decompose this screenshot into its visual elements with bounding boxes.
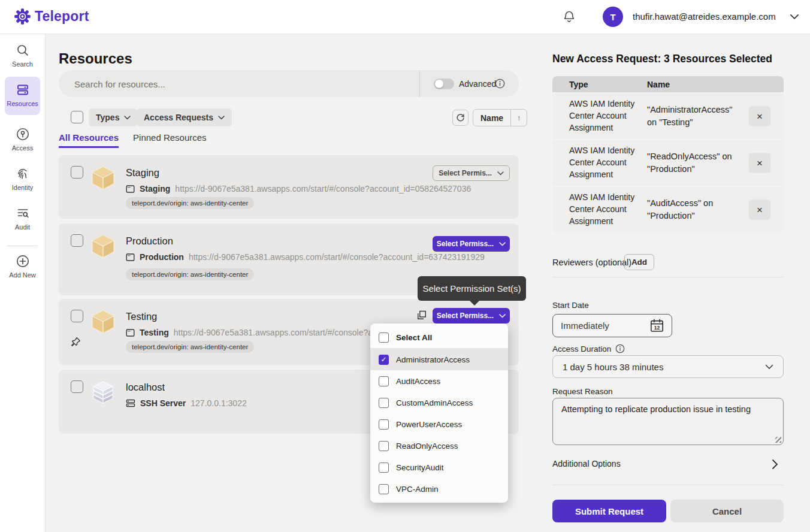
table-row: AWS IAM Identity Center Account Assignme… [552,93,784,139]
calendar-icon[interactable]: 12 [650,319,664,332]
pin-icon[interactable] [71,337,81,347]
submit-request-button[interactable]: Submit Request [552,500,666,522]
dropdown-item-administratoraccess[interactable]: ✓ AdministratorAccess [370,349,508,370]
resource-checkbox[interactable] [71,166,83,179]
dropdown-item-securityaudit[interactable]: SecurityAudit [370,457,508,478]
checkbox-unchecked[interactable] [379,484,389,494]
top-bar: Teleport T thufir.hawat@atreides.example… [0,0,810,34]
copy-icon[interactable] [417,310,427,320]
access-request-title: New Access Request: 3 Resources Selected [552,53,792,65]
sidebar-item-search[interactable]: Search [0,43,45,68]
resource-name: Staging [126,167,159,179]
sidebar-item-identity[interactable]: Identity [0,167,45,191]
request-reason-textarea[interactable]: Attempting to replicate production issue… [552,398,784,445]
resource-address: https://d-9067e5a381.awsapps.com/start/#… [189,252,485,262]
resource-kind: Production [140,252,184,262]
resource-checkbox[interactable] [71,234,83,247]
resource-card-staging[interactable]: Staging Staging https://d-9067e5a381.aws… [59,155,519,219]
search-input[interactable] [73,70,411,98]
select-all-resources-checkbox[interactable] [71,111,83,123]
audit-list-search-icon [16,206,30,220]
tab-pinned-resources[interactable]: Pinned Resources [133,132,207,148]
notification-bell-icon[interactable] [562,10,576,24]
sidebar-item-access[interactable]: Access [0,127,45,152]
start-date-input[interactable]: Immediately 12 [552,314,672,337]
ssh-server-icon [126,398,135,408]
resource-name: Production [126,235,173,247]
app-window-icon [126,328,135,337]
textarea-resize-handle[interactable] [775,437,781,443]
sidebar-item-audit[interactable]: Audit [0,206,45,231]
search-divider [419,70,420,97]
user-menu-chevron-down-icon[interactable] [790,14,799,20]
aws-account-cube-icon [90,233,116,259]
column-type: Type [552,80,647,89]
resource-name: Testing [126,311,157,322]
teleport-logo[interactable]: Teleport [14,8,89,25]
app-window-icon [126,185,135,194]
plus-circle-icon [16,254,30,268]
refresh-button[interactable] [452,110,469,126]
checkbox-checked[interactable]: ✓ [379,355,389,365]
tab-all-resources[interactable]: All Resources [59,132,119,148]
server-stack-icon [90,379,116,406]
add-reviewer-button[interactable]: Add [624,254,654,270]
sort-button[interactable]: Name ↑ [473,109,527,126]
aws-account-cube-icon [90,165,116,191]
resource-checkbox[interactable] [71,380,83,393]
dropdown-item-poweruseraccess[interactable]: PowerUserAccess [370,413,508,435]
info-icon[interactable] [615,344,625,353]
resource-tag[interactable]: teleport.dev/origin: aws-identity-center [126,197,254,209]
cancel-button[interactable]: Cancel [670,500,784,522]
checkbox-unchecked[interactable] [379,376,389,386]
divider [552,485,784,485]
resource-kind: Staging [140,184,170,194]
sort-direction-arrow-icon[interactable]: ↑ [510,110,527,126]
remove-resource-button[interactable]: × [749,153,770,173]
resource-tag[interactable]: teleport.dev/origin: aws-identity-center [126,341,254,353]
dropdown-item-vpc-admin[interactable]: VPC-Admin [370,478,508,500]
avatar[interactable]: T [603,7,623,27]
resource-tag[interactable]: teleport.dev/origin: aws-identity-center [126,268,254,280]
search-bar: Advanced [59,70,519,97]
selected-resources-table: Type Name AWS IAM Identity Center Accoun… [552,76,784,232]
table-header: Type Name [552,76,784,92]
additional-options-chevron-right-icon[interactable] [772,459,778,470]
checkbox-unchecked[interactable] [379,332,389,343]
access-requests-filter-button[interactable]: Access Requests [137,108,232,126]
advanced-toggle[interactable] [434,78,454,89]
sidebar-item-add-new[interactable]: Add New [0,254,45,279]
checkbox-unchecked[interactable] [379,398,389,408]
advanced-label: Advanced [459,79,496,89]
select-permissions-button[interactable]: Select Permis... [433,165,510,181]
resource-address: 127.0.0.1:3022 [191,398,246,408]
resources-servers-icon [16,83,30,97]
reviewers-label: Reviewers (optional) [552,258,631,267]
resource-address: https://d-9067e5a381.awsapps.com/start/#… [175,184,471,194]
remove-resource-button[interactable]: × [749,107,770,126]
access-duration-select[interactable]: 1 day 5 hours 38 minutes [552,355,784,378]
resource-checkbox[interactable] [71,310,83,322]
divider [552,277,784,277]
advanced-info-icon[interactable] [495,78,505,89]
checkbox-unchecked[interactable] [379,419,389,430]
sidebar-item-resources[interactable]: Resources [0,83,45,107]
page: Teleport T thufir.hawat@atreides.example… [0,0,810,532]
types-filter-button[interactable]: Types [89,108,138,126]
additional-options-label: Additional Options [552,459,621,468]
dropdown-item-select-all[interactable]: Select All [370,327,508,349]
dropdown-item-customadminaccess[interactable]: CustomAdminAccess [370,392,508,413]
remove-resource-button[interactable]: × [749,200,770,220]
filter-row: Types Access Requests Name ↑ [59,108,519,127]
checkbox-unchecked[interactable] [379,441,389,451]
select-permissions-button[interactable]: Select Permiss... [433,308,510,324]
dropdown-item-readonlyaccess[interactable]: ReadOnlyAccess [370,435,508,457]
resource-kind: Testing [140,328,169,337]
checkbox-unchecked[interactable] [379,463,389,473]
column-name: Name [647,80,670,89]
resource-tabs: All Resources Pinned Resources [59,132,207,148]
select-permissions-button[interactable]: Select Permiss... [433,236,510,252]
user-email: thufir.hawat@atreides.example.com [633,11,776,22]
table-row: AWS IAM Identity Center Account Assignme… [552,187,784,232]
dropdown-item-auditaccess[interactable]: AuditAccess [370,370,508,392]
